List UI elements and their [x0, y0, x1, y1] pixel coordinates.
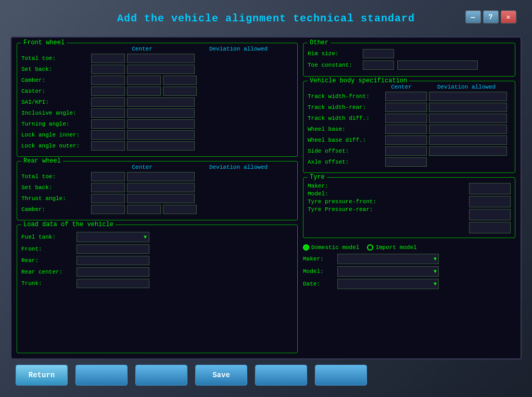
window-controls: — ? ✕ — [465, 10, 516, 23]
other-title: Other — [308, 39, 331, 46]
minimize-button[interactable]: — — [465, 10, 481, 23]
rear-thrust-row: Thrust angle: — [21, 194, 293, 203]
help-button[interactable]: ? — [483, 10, 499, 23]
load-front-input[interactable] — [77, 244, 149, 254]
front-camber-label: Camber: — [21, 77, 89, 83]
front-wheel-col-headers: Center Deviation allowed — [21, 46, 293, 52]
front-turning-center[interactable] — [91, 119, 125, 129]
track-diff-deviation[interactable] — [429, 114, 507, 123]
button-6[interactable] — [315, 365, 367, 386]
rear-wheel-section: Rear wheel Center Deviation allowed Tota… — [17, 161, 298, 220]
rear-thrust-center[interactable] — [91, 194, 125, 203]
front-camber-deviation2[interactable] — [163, 76, 197, 85]
front-camber-row: Camber: — [21, 76, 293, 85]
rear-total-toe-deviation[interactable] — [127, 172, 195, 181]
tyre-maker-input[interactable] — [469, 183, 511, 194]
side-offset-center[interactable] — [385, 146, 427, 156]
main-content: Front wheel Center Deviation allowed Tot… — [10, 36, 522, 359]
track-front-center[interactable] — [385, 92, 427, 101]
load-rear-input[interactable] — [77, 256, 149, 265]
track-front-deviation[interactable] — [429, 92, 507, 101]
wheel-base-diff-center[interactable] — [385, 135, 427, 145]
front-total-toe-deviation[interactable] — [127, 54, 195, 63]
front-lock-inner-center[interactable] — [91, 130, 125, 140]
track-rear-center[interactable] — [385, 103, 427, 112]
date-select-row: Date: ▼ — [303, 279, 515, 289]
wheel-base-diff-deviation[interactable] — [429, 135, 507, 145]
tyre-title: Tyre — [308, 173, 327, 181]
axle-offset-center[interactable] — [385, 157, 427, 167]
rear-setback-label: Set back: — [21, 184, 89, 191]
front-inclusive-deviation[interactable] — [127, 108, 195, 118]
load-rear-center-input[interactable] — [77, 267, 149, 277]
front-camber-deviation1[interactable] — [127, 76, 161, 85]
toe-constant-center[interactable] — [363, 60, 394, 70]
import-model-radio[interactable]: Import model — [367, 244, 416, 251]
rear-wheel-title: Rear wheel — [21, 157, 63, 165]
rear-camber-row: Camber: — [21, 205, 293, 214]
side-offset-deviation[interactable] — [429, 146, 507, 156]
rear-thrust-deviation[interactable] — [127, 194, 195, 203]
wheel-base-deviation[interactable] — [429, 125, 507, 134]
track-diff-row: Track width diff.: — [308, 114, 511, 123]
front-caster-deviation1[interactable] — [127, 86, 161, 96]
rear-setback-row: Set back: — [21, 183, 293, 192]
front-turning-deviation[interactable] — [127, 119, 195, 129]
tyre-model-input[interactable] — [469, 196, 511, 207]
maker-dropdown[interactable]: ▼ — [337, 254, 439, 264]
rear-camber-center[interactable] — [91, 205, 125, 214]
date-dropdown[interactable]: ▼ — [337, 279, 439, 289]
rear-camber-deviation1[interactable] — [127, 205, 161, 214]
tyre-pressure-front-input[interactable] — [469, 209, 511, 220]
return-button[interactable]: Return — [16, 365, 68, 386]
front-lock-outer-center[interactable] — [91, 141, 125, 151]
maker-select-row: Maker: ▼ — [303, 254, 515, 264]
front-caster-label: Caster: — [21, 88, 89, 94]
front-saikpi-deviation[interactable] — [127, 97, 195, 107]
rear-setback-deviation[interactable] — [127, 183, 195, 192]
front-setback-deviation[interactable] — [127, 65, 195, 74]
front-setback-center[interactable] — [91, 65, 125, 74]
track-rear-deviation[interactable] — [429, 103, 507, 112]
button-3[interactable] — [135, 365, 187, 386]
front-turning-row: Turning angle: — [21, 119, 293, 129]
front-lock-outer-deviation[interactable] — [127, 141, 195, 151]
model-select-row: Model: ▼ — [303, 266, 515, 277]
rear-setback-center[interactable] — [91, 183, 125, 192]
close-button[interactable]: ✕ — [501, 10, 516, 23]
front-caster-center[interactable] — [91, 86, 125, 96]
front-lock-outer-row: Lock angle outer: — [21, 141, 293, 151]
load-rear-label: Rear: — [21, 257, 73, 264]
tyre-pressure-rear-input[interactable] — [469, 222, 511, 233]
front-saikpi-center[interactable] — [91, 97, 125, 107]
other-section: Other Rim size: Toe constant: — [303, 43, 515, 77]
front-lock-inner-deviation[interactable] — [127, 130, 195, 140]
vbs-col-headers: Center Deviation allowed — [308, 84, 511, 90]
maker-dropdown-arrow: ▼ — [434, 256, 437, 262]
button-5[interactable] — [255, 365, 307, 386]
load-trunk-input[interactable] — [77, 279, 149, 288]
front-inclusive-center[interactable] — [91, 108, 125, 118]
fuel-tank-select[interactable]: ▼ — [77, 232, 149, 242]
front-total-toe-center[interactable] — [91, 54, 125, 63]
front-inclusive-row: Inclusive angle: — [21, 108, 293, 118]
rim-size-input[interactable] — [363, 49, 394, 58]
front-caster-deviation2[interactable] — [163, 86, 197, 96]
wheel-base-center[interactable] — [385, 125, 427, 134]
front-wheel-section: Front wheel Center Deviation allowed Tot… — [17, 43, 298, 157]
model-dropdown[interactable]: ▼ — [337, 266, 439, 277]
rim-size-row: Rim size: — [308, 49, 511, 58]
track-diff-center[interactable] — [385, 114, 427, 123]
date-dropdown-arrow: ▼ — [434, 281, 437, 287]
fuel-tank-label: Fuel tank: — [21, 234, 73, 240]
rear-total-toe-center[interactable] — [91, 172, 125, 181]
front-total-toe-label: Total toe: — [21, 55, 89, 61]
button-2[interactable] — [75, 365, 128, 386]
save-button[interactable]: Save — [195, 365, 247, 386]
date-select-label: Date: — [303, 281, 334, 287]
domestic-model-radio[interactable]: Domestic model — [303, 244, 359, 251]
front-camber-center[interactable] — [91, 76, 125, 85]
toe-constant-deviation[interactable] — [397, 60, 478, 70]
rear-camber-deviation2[interactable] — [163, 205, 197, 214]
import-model-label: Import model — [375, 244, 416, 251]
